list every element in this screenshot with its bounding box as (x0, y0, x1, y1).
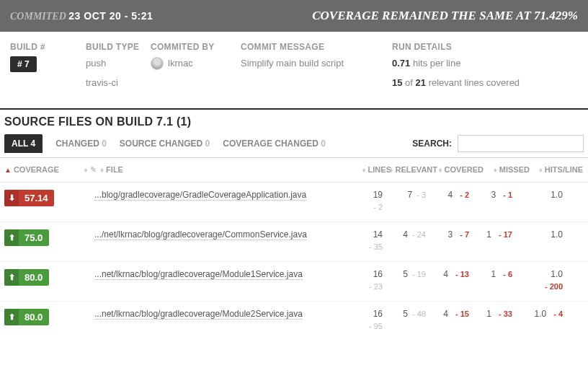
col-covered[interactable]: ♦ COVERED (440, 165, 484, 174)
table-row: ⬆80.0...net/lkrnac/blog/gradlecoverage/M… (0, 302, 588, 341)
build-num-label: BUILD # (10, 42, 79, 52)
covered-value: 3- 7 (426, 229, 469, 240)
file-link[interactable]: ...net/lkrnac/blog/gradlecoverage/Module… (94, 309, 303, 320)
col-missed[interactable]: ♦ MISSED (486, 165, 530, 174)
lines-value: 14- 35 (339, 229, 383, 251)
sort-icon: ♦ (438, 166, 442, 174)
avatar (151, 57, 164, 70)
commit-msg-label: COMMIT MESSAGE (241, 42, 385, 52)
coverage-badge[interactable]: ⬆80.0 (4, 269, 49, 286)
missed-value: 1- 33 (469, 309, 512, 319)
coverage-status: COVERAGE REMAINED THE SAME AT 71.429% (312, 9, 578, 23)
sort-icon: ♦ (539, 166, 543, 174)
table-row: ⬇57.14...blog/gradlecoverage/GradleCover… (0, 183, 588, 222)
lines-covered: 15 of 21 relevant lines covered (392, 76, 578, 91)
commit-date: 23 OCT 20 - 5:21 (68, 10, 153, 22)
build-meta: BUILD # # 7 BUILD TYPE push travis-ci CO… (0, 32, 588, 105)
tab-all[interactable]: ALL 4 (4, 134, 43, 153)
tab-changed[interactable]: CHANGED 0 (55, 134, 107, 153)
search-label: SEARCH: (412, 139, 452, 149)
coverage-badge[interactable]: ⬆75.0 (4, 229, 49, 246)
relevant-value: 4- 24 (383, 229, 426, 240)
relevant-value: 5- 19 (383, 269, 426, 279)
col-coverage[interactable]: ▲ COVERAGE (4, 165, 80, 174)
commit-date-wrap: COMMITED 23 OCT 20 - 5:21 (10, 10, 153, 22)
build-type-ci: travis-ci (86, 76, 143, 91)
relevant-value: 7- 3 (383, 190, 426, 200)
covered-value: 4- 2 (426, 190, 469, 200)
filter-row: ALL 4 CHANGED 0 SOURCE CHANGED 0 COVERAG… (0, 134, 588, 158)
missed-value: 1- 6 (469, 269, 512, 279)
relevant-value: 5- 48 (383, 309, 426, 319)
tab-coverage-changed[interactable]: COVERAGE CHANGED 0 (223, 134, 326, 153)
table-header: ▲ COVERAGE ♦✎ ♦ FILE ♦ LINES ♦ RELEVANT … (0, 158, 588, 183)
table-row: ⬆75.0.../net/lkrnac/blog/gradlecoverage/… (0, 222, 588, 262)
coverage-badge[interactable]: ⬆80.0 (4, 309, 49, 325)
sort-asc-icon: ▲ (4, 166, 12, 174)
filter-tabs: ALL 4 CHANGED 0 SOURCE CHANGED 0 COVERAG… (4, 134, 412, 153)
col-relevant[interactable]: ♦ RELEVANT (394, 165, 437, 174)
sort-icon: ♦ (389, 166, 393, 174)
arrow-down-icon: ⬇ (4, 190, 19, 206)
file-link[interactable]: ...net/lkrnac/blog/gradlecoverage/Module… (94, 269, 303, 280)
commit-msg: Simplify main build script (241, 56, 385, 71)
run-details-label: RUN DETAILS (392, 42, 578, 52)
sort-icon: ♦ (100, 166, 104, 174)
section-title: SOURCE FILES ON BUILD 7.1 (1) (0, 108, 588, 134)
pencil-icon: ✎ (90, 165, 97, 175)
arrow-up-icon: ⬆ (4, 269, 19, 286)
table-row: ⬆80.0...net/lkrnac/blog/gradlecoverage/M… (0, 262, 588, 302)
coverage-value: 80.0 (19, 309, 49, 325)
commit-header: COMMITED 23 OCT 20 - 5:21 COVERAGE REMAI… (0, 0, 588, 32)
build-type-label: BUILD TYPE (86, 42, 143, 52)
search-input[interactable] (458, 135, 584, 152)
lines-value: 16- 95 (339, 309, 383, 330)
sort-icon: ♦ (84, 166, 87, 174)
coverage-value: 80.0 (19, 269, 49, 286)
col-lines[interactable]: ♦ LINES (348, 165, 391, 174)
build-num-badge[interactable]: # 7 (10, 56, 37, 72)
covered-value: 4- 15 (426, 309, 469, 319)
hits-value: 1.0- 200 (512, 269, 563, 291)
tab-source-changed[interactable]: SOURCE CHANGED 0 (120, 134, 210, 153)
hits-value: 1.0 (512, 190, 563, 200)
missed-value: 1- 17 (469, 229, 512, 240)
hits-value: 1.0 (512, 229, 563, 240)
covered-value: 4- 13 (426, 269, 469, 279)
coverage-value: 75.0 (19, 229, 49, 246)
col-file[interactable]: ♦ FILE (100, 165, 345, 174)
file-link[interactable]: .../net/lkrnac/blog/gradlecoverage/Commo… (94, 229, 307, 240)
sort-icon: ♦ (362, 166, 365, 174)
hits-per-line: 0.71 hits per line (392, 56, 578, 71)
author-name[interactable]: lkrnac (168, 56, 193, 71)
arrow-up-icon: ⬆ (4, 229, 19, 246)
coverage-value: 57.14 (19, 190, 54, 206)
committed-label: COMMITED (10, 11, 66, 22)
col-edit[interactable]: ♦✎ (83, 165, 97, 175)
build-type-push: push (86, 56, 143, 71)
committed-by-label: COMMITED BY (151, 42, 233, 52)
hits-value: 1.0- 4 (512, 309, 563, 319)
missed-value: 3- 1 (469, 190, 512, 200)
arrow-up-icon: ⬆ (4, 309, 19, 325)
coverage-badge[interactable]: ⬇57.14 (4, 190, 54, 206)
sort-icon: ♦ (494, 166, 497, 174)
lines-value: 19- 2 (339, 190, 383, 211)
file-link[interactable]: ...blog/gradlecoverage/GradleCoverageApp… (94, 190, 306, 201)
table-body: ⬇57.14...blog/gradlecoverage/GradleCover… (0, 183, 588, 341)
lines-value: 16- 23 (339, 269, 383, 291)
col-hits[interactable]: ♦ HITS/LINE (533, 165, 583, 174)
